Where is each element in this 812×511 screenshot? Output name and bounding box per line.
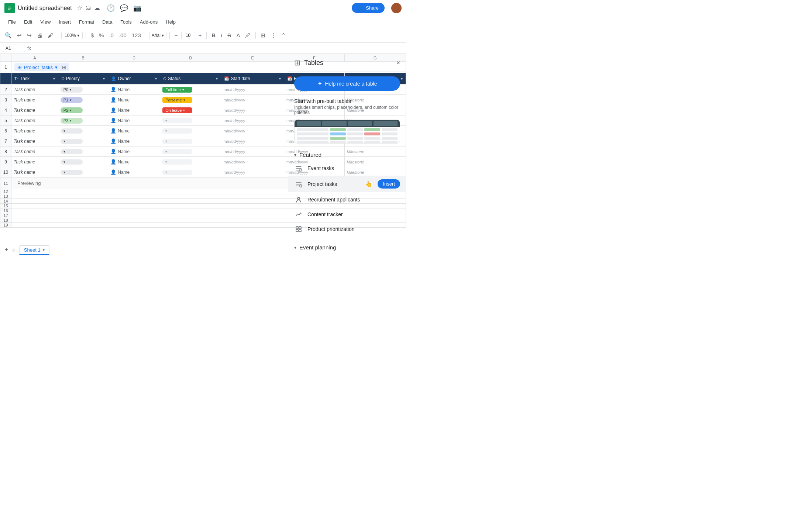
status-cell-3[interactable]: Part-time ▾ [160,95,221,105]
col-header-C[interactable]: C [108,54,160,62]
strikethrough-button[interactable]: S [226,31,233,40]
event-planning-header[interactable]: ▾ Event planning [288,241,406,253]
search-button[interactable]: 🔍 [3,31,14,40]
borders-button[interactable]: ⊞ [259,31,267,40]
task-cell-7[interactable]: Task name [11,136,58,146]
cell-reference[interactable]: A1 [3,45,25,52]
start-cell-2[interactable]: mm/dd/yyyy [221,84,284,95]
priority-chip-2[interactable]: P0 ▾ [61,87,83,93]
table-item-event-tasks[interactable]: Event tasks [288,161,406,176]
start-col-chevron[interactable]: ▾ [279,77,281,81]
star-icon[interactable]: ☆ [77,4,82,11]
menu-format[interactable]: Format [76,18,97,26]
status-cell-4[interactable]: On leave ▾ [160,105,221,115]
featured-header[interactable]: ▾ Featured [288,149,406,161]
menu-addons[interactable]: Add-ons [137,18,161,26]
task-cell-6[interactable]: Task name [11,126,58,136]
priority-cell-5[interactable]: P3 ▾ [58,115,108,126]
table-settings-icon[interactable]: ⊞ [62,64,66,70]
status-cell-10[interactable]: ▾ [160,167,221,177]
sidebar-close-button[interactable]: × [396,59,400,67]
start-cell-10[interactable]: mm/dd/yyyy [221,167,284,177]
bold-button[interactable]: B [210,31,217,40]
format-number-button[interactable]: 123 [130,31,143,40]
task-cell-5[interactable]: Task name [11,115,58,126]
menu-insert[interactable]: Insert [56,18,74,26]
start-cell-7[interactable]: mm/dd/yyyy [221,136,284,146]
table-name-badge[interactable]: ⊞ Project_tasks ▾ ⊞ [14,63,69,71]
cloud-icon[interactable]: ☁ [94,4,100,11]
status-cell-6[interactable]: ▾ [160,126,221,136]
menu-tools[interactable]: Tools [117,18,134,26]
owner-cell-5[interactable]: 👤 Name [108,115,160,126]
priority-cell-3[interactable]: P1 ▾ [58,95,108,105]
menu-edit[interactable]: Edit [21,18,35,26]
decrease-font-button[interactable]: − [173,31,180,40]
format-paint-button[interactable]: 🖌 [46,31,55,40]
more-button[interactable]: ⋮ [269,31,278,40]
col-header-D[interactable]: D [160,54,221,62]
start-cell-4[interactable]: mm/dd/yyyy [221,105,284,115]
owner-cell-10[interactable]: 👤Name [108,167,160,177]
task-cell-8[interactable]: Task name [11,146,58,157]
help-create-table-button[interactable]: ✦ Help me create a table [294,76,400,91]
col-owner-header[interactable]: 👤 Owner ▾ [108,73,160,84]
menu-data[interactable]: Data [99,18,115,26]
user-avatar[interactable] [391,3,402,13]
start-cell-3[interactable]: mm/dd/yyyy [221,95,284,105]
owner-cell-8[interactable]: 👤Name [108,146,160,157]
print-button[interactable]: 🖨 [35,31,44,40]
font-size-input[interactable]: 10 [181,32,195,39]
col-header-A[interactable]: A [11,54,58,62]
col-header-E[interactable]: E [221,54,284,62]
owner-cell-6[interactable]: 👤Name [108,126,160,136]
start-cell-6[interactable]: mm/dd/yyyy [221,126,284,136]
status-col-chevron[interactable]: ▾ [216,77,218,81]
priority-cell-7[interactable]: ▾ [58,136,108,146]
menu-file[interactable]: File [5,18,19,26]
task-cell-9[interactable]: Task name [11,157,58,167]
sheet-tab-1[interactable]: Sheet 1 ▾ [19,245,49,255]
font-selector[interactable]: Arial ▾ [149,32,166,39]
priority-col-chevron[interactable]: ▾ [103,77,105,81]
status-chip-3[interactable]: Part-time ▾ [162,97,192,103]
table-item-project-tasks[interactable]: Project tasks 👆 Insert [288,176,406,192]
increase-decimal-button[interactable]: .00 [117,31,128,40]
table-item-recruitment[interactable]: Recruitment applicants [288,192,406,207]
priority-chip-3[interactable]: P1 ▾ [61,97,83,103]
priority-cell-8[interactable]: ▾ [58,146,108,157]
priority-chip-4[interactable]: P2 ▾ [61,107,83,113]
status-cell-9[interactable]: ▾ [160,157,221,167]
status-cell-8[interactable]: ▾ [160,146,221,157]
table-item-content-tracker[interactable]: Content tracker [288,207,406,222]
col-priority-header[interactable]: ⊙ Priority ▾ [58,73,108,84]
owner-cell-7[interactable]: 👤Name [108,136,160,146]
task-cell-2[interactable]: Task name [11,84,58,95]
col-status-header[interactable]: ⊙ Status ▾ [160,73,221,84]
status-chip-2[interactable]: Full time ▾ [162,87,192,93]
task-cell-4[interactable]: Task name [11,105,58,115]
menu-help[interactable]: Help [163,18,179,26]
highlight-button[interactable]: 🖊 [243,31,252,40]
video-icon[interactable]: 📷 [133,4,141,12]
sheet-menu-button[interactable]: ≡ [12,247,16,253]
priority-cell-2[interactable]: P0 ▾ [58,84,108,95]
formula-input[interactable] [33,45,403,51]
status-chip-5[interactable]: ▾ [162,118,192,123]
col-header-B[interactable]: B [58,54,108,62]
decrease-decimal-button[interactable]: .0 [107,31,116,40]
col-start-header[interactable]: 📅 Start date ▾ [221,73,284,84]
task-cell-3[interactable]: Task name [11,95,58,105]
owner-cell-4[interactable]: 👤 Name [108,105,160,115]
status-cell-2[interactable]: Full time ▾ [160,84,221,95]
percent-button[interactable]: % [97,31,106,40]
table-name-chevron[interactable]: ▾ [55,65,58,70]
currency-button[interactable]: $ [89,31,96,40]
owner-cell-3[interactable]: 👤 Name [108,95,160,105]
collapse-button[interactable]: ⌃ [279,31,288,40]
status-cell-7[interactable]: ▾ [160,136,221,146]
owner-cell-2[interactable]: 👤 Name [108,84,160,95]
undo-button[interactable]: ↩ [15,31,24,40]
insert-button[interactable]: Insert [378,179,400,189]
owner-cell-9[interactable]: 👤Name [108,157,160,167]
